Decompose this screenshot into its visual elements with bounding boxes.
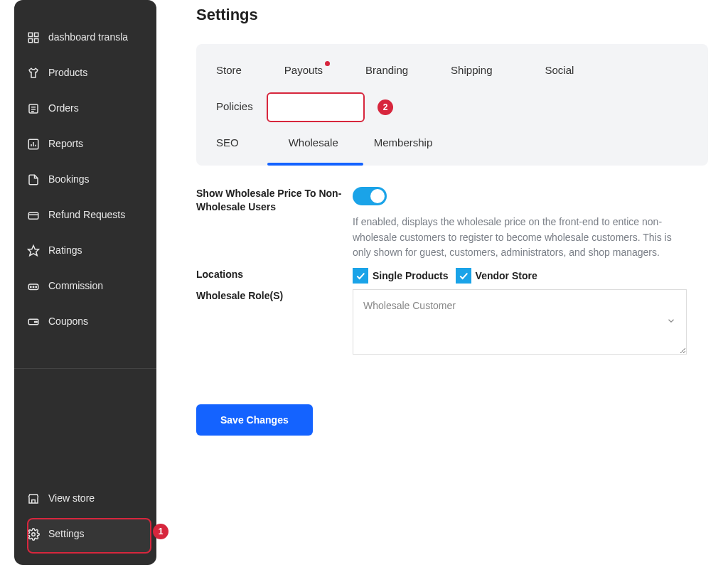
sidebar-item-view-store[interactable]: View store	[14, 481, 156, 517]
label-show-wholesale-price: Show Wholesale Price To Non-Wholesale Us…	[196, 187, 353, 214]
settings-tabs: Store Payouts Branding Shipping Social P…	[196, 44, 708, 166]
sidebar-item-label: Ratings	[48, 244, 82, 257]
sidebar-item-ratings[interactable]: Ratings	[14, 233, 156, 269]
tab-social[interactable]: Social	[545, 57, 574, 93]
select-wholesale-roles[interactable]: Wholesale Customer	[353, 289, 687, 355]
svg-point-11	[36, 286, 37, 288]
bookings-icon	[27, 173, 40, 186]
sidebar-item-products[interactable]: Products	[14, 55, 156, 91]
checkbox-label-single: Single Products	[373, 270, 449, 281]
sidebar-item-label: Commission	[48, 280, 103, 293]
coupon-icon	[27, 315, 40, 328]
svg-point-13	[35, 321, 36, 323]
sidebar-item-label: Coupons	[48, 315, 88, 328]
tab-shipping[interactable]: Shipping	[451, 57, 492, 93]
tab-payouts[interactable]: Payouts	[284, 57, 323, 93]
orders-icon	[27, 102, 40, 115]
svg-rect-2	[28, 39, 32, 43]
sidebar-item-commission[interactable]: Commission	[14, 269, 156, 304]
svg-rect-6	[28, 212, 38, 219]
sidebar-item-refunds[interactable]: Refund Requests	[14, 198, 156, 233]
help-show-wholesale-price: If enabled, displays the wholesale price…	[353, 215, 687, 261]
checkbox-label-store: Vendor Store	[476, 270, 537, 281]
sidebar-item-orders[interactable]: Orders	[14, 91, 156, 126]
label-wholesale-roles: Wholesale Role(S)	[196, 289, 353, 303]
main-content: Settings Store Payouts Branding Shipping…	[196, 6, 708, 436]
badge-text: 2	[383, 102, 388, 112]
sidebar-item-coupons[interactable]: Coupons	[14, 304, 156, 340]
chart-icon	[27, 138, 40, 151]
select-value: Wholesale Customer	[363, 300, 456, 311]
sidebar-item-label: Products	[48, 67, 87, 80]
save-button[interactable]: Save Changes	[196, 404, 313, 436]
sidebar-item-label: Refund Requests	[48, 209, 125, 222]
sidebar-item-dashboard[interactable]: dashboard transla	[14, 20, 156, 55]
tab-policies[interactable]: Policies	[216, 93, 253, 129]
tab-membership[interactable]: Membership	[374, 129, 433, 166]
sidebar: dashboard transla Products Orders Report…	[14, 0, 156, 565]
sidebar-item-reports[interactable]: Reports	[14, 126, 156, 162]
page-title: Settings	[196, 6, 708, 24]
svg-point-9	[31, 286, 32, 288]
shirt-icon	[27, 67, 40, 80]
sidebar-item-label: View store	[48, 492, 95, 505]
chevron-down-icon	[666, 316, 676, 328]
store-icon	[27, 492, 40, 505]
tab-branding[interactable]: Branding	[365, 57, 408, 93]
sidebar-item-bookings[interactable]: Bookings	[14, 162, 156, 198]
star-icon	[27, 244, 40, 257]
sidebar-item-label: Settings	[48, 528, 85, 541]
refund-icon	[27, 209, 40, 222]
commission-icon	[27, 280, 40, 293]
tab-seo[interactable]: SEO	[216, 129, 239, 166]
svg-marker-7	[28, 246, 39, 256]
svg-rect-3	[35, 39, 38, 43]
sidebar-item-label: Reports	[48, 138, 83, 151]
sidebar-item-label: dashboard transla	[48, 31, 128, 44]
tab-wholesale[interactable]: Wholesale	[289, 129, 338, 166]
svg-point-15	[32, 533, 36, 536]
badge-text: 1	[159, 527, 164, 536]
toggle-show-wholesale-price[interactable]	[353, 187, 387, 205]
sidebar-item-settings[interactable]: Settings	[14, 517, 156, 552]
sidebar-item-label: Orders	[48, 102, 79, 115]
annotation-badge-2: 2	[378, 99, 393, 115]
tab-store[interactable]: Store	[216, 57, 242, 93]
svg-rect-0	[28, 33, 32, 36]
gear-icon	[27, 528, 40, 541]
dashboard-icon	[27, 31, 40, 44]
svg-point-10	[33, 286, 34, 288]
svg-rect-1	[35, 33, 38, 36]
checkbox-vendor-store[interactable]	[456, 268, 471, 284]
sidebar-separator	[14, 368, 156, 369]
checkbox-single-products[interactable]	[353, 268, 368, 284]
svg-point-14	[36, 321, 38, 323]
sidebar-item-label: Bookings	[48, 173, 90, 186]
label-locations: Locations	[196, 268, 353, 281]
annotation-badge-1: 1	[153, 524, 168, 539]
